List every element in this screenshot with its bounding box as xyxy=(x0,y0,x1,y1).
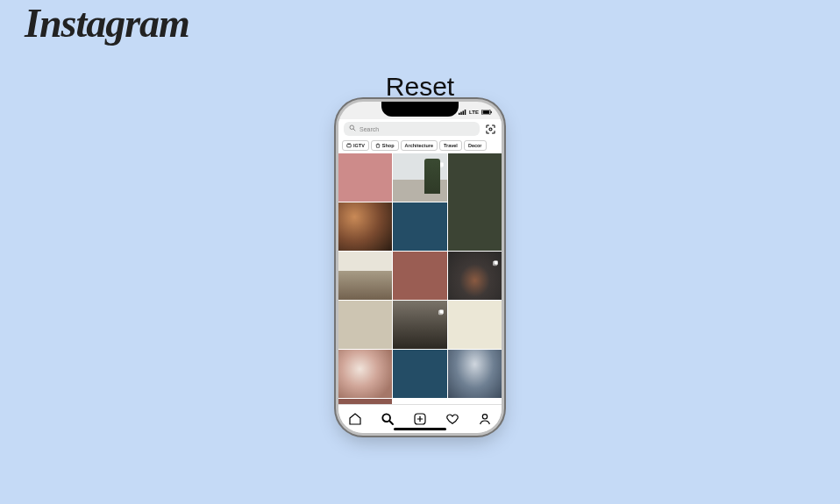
chip-label: Decor xyxy=(468,143,482,148)
chip-label: Shop xyxy=(382,143,395,148)
svg-point-9 xyxy=(488,127,491,130)
chip-travel[interactable]: Travel xyxy=(439,140,462,151)
brand-logo: Instagram xyxy=(25,0,189,46)
tile-interior-room[interactable] xyxy=(338,252,392,300)
tile-rust-solid[interactable] xyxy=(393,252,446,300)
heart-icon xyxy=(445,412,459,426)
chip-decor[interactable]: Decor xyxy=(464,140,487,151)
search-input[interactable]: Search xyxy=(344,122,480,136)
phone-mockup: LTE Search IGTV Shop Arc xyxy=(338,102,502,433)
nav-home[interactable] xyxy=(346,410,364,428)
bag-icon xyxy=(375,143,381,149)
tv-icon xyxy=(346,143,352,149)
tile-pagoda-temple[interactable] xyxy=(448,252,502,300)
device-notch xyxy=(381,102,459,117)
tile-flower-table[interactable] xyxy=(338,350,392,398)
profile-icon xyxy=(478,412,492,426)
tile-architecture-trees[interactable] xyxy=(393,153,446,202)
signal-icon xyxy=(459,110,466,116)
nav-add[interactable] xyxy=(411,410,429,428)
carousel-icon xyxy=(438,156,445,162)
svg-line-18 xyxy=(389,421,393,424)
tile-dark-green[interactable] xyxy=(448,153,502,251)
carousel-icon xyxy=(493,254,499,260)
nav-profile[interactable] xyxy=(476,410,494,428)
chip-architecture[interactable]: Architecture xyxy=(401,140,438,151)
chip-label: Architecture xyxy=(405,143,433,148)
svg-point-22 xyxy=(483,415,488,419)
add-post-icon xyxy=(413,412,427,426)
search-row: Search xyxy=(338,119,502,138)
search-icon xyxy=(349,124,356,133)
scan-icon[interactable] xyxy=(484,123,496,135)
chip-shop[interactable]: Shop xyxy=(371,140,399,151)
category-chips: IGTV Shop Architecture Travel Decor xyxy=(338,138,502,153)
svg-rect-2 xyxy=(463,110,465,115)
nav-activity[interactable] xyxy=(444,410,461,428)
carousel-icon xyxy=(438,303,445,309)
instagram-wordmark: Instagram xyxy=(25,0,189,46)
search-placeholder: Search xyxy=(359,126,379,132)
carrier-label: LTE xyxy=(469,110,479,115)
svg-rect-6 xyxy=(491,110,492,112)
svg-rect-0 xyxy=(459,112,460,114)
chip-label: Travel xyxy=(444,143,458,148)
svg-rect-5 xyxy=(483,110,490,114)
svg-rect-3 xyxy=(465,110,466,115)
search-icon xyxy=(381,412,395,426)
battery-icon xyxy=(481,110,493,116)
explore-grid xyxy=(338,153,502,404)
chip-igtv[interactable]: IGTV xyxy=(342,140,369,151)
tile-navy-solid[interactable] xyxy=(393,202,446,251)
home-indicator xyxy=(394,428,446,430)
tile-storm-clouds[interactable] xyxy=(448,350,502,398)
tile-vessel-structure[interactable] xyxy=(338,202,392,251)
svg-rect-10 xyxy=(347,144,352,146)
tile-pink-solid[interactable] xyxy=(338,153,392,202)
tile-cream-solid[interactable] xyxy=(448,301,502,349)
tile-navy-solid-2[interactable] xyxy=(393,350,446,398)
page-title: Reset xyxy=(386,72,454,102)
home-icon xyxy=(348,412,362,426)
svg-rect-1 xyxy=(460,111,462,114)
tile-beige-tone[interactable] xyxy=(338,301,392,349)
tile-rust-solid-2[interactable] xyxy=(338,399,392,404)
tile-train-platform[interactable] xyxy=(393,301,446,349)
svg-line-8 xyxy=(353,129,355,131)
chip-label: IGTV xyxy=(353,143,365,148)
nav-search[interactable] xyxy=(379,410,396,428)
